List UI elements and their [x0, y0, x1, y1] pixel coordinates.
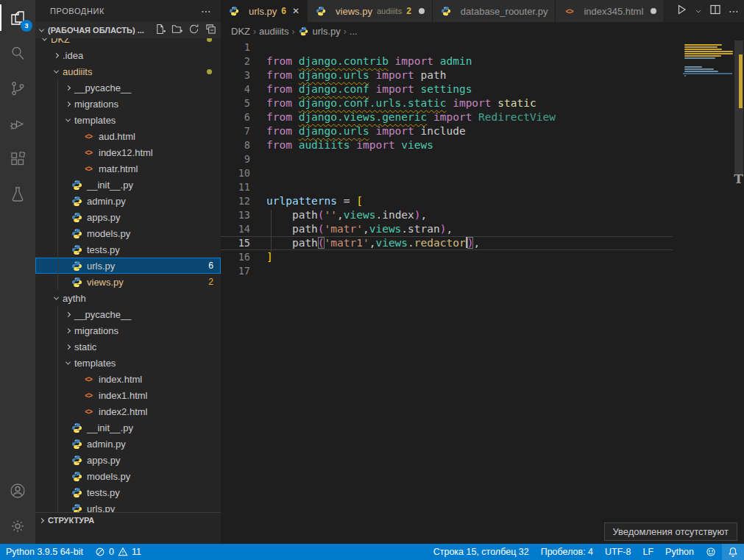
source-control-icon[interactable] — [0, 71, 35, 106]
line-number[interactable]: 15 — [221, 237, 266, 249]
indentation-item[interactable]: Пробелов: 4 — [535, 544, 599, 560]
new-folder-icon[interactable] — [171, 24, 183, 38]
eol-item[interactable]: LF — [637, 544, 659, 560]
feedback-item[interactable] — [700, 544, 722, 560]
tree-item-views.py[interactable]: views.py2 — [35, 274, 221, 290]
editor-scrollbar[interactable] — [734, 32, 744, 544]
code-line-3[interactable]: 3from django.urls import path — [221, 68, 673, 82]
tree-item-static[interactable]: static — [35, 339, 221, 355]
encoding-item[interactable]: UTF-8 — [599, 544, 637, 560]
tree-item-migrations[interactable]: migrations — [35, 96, 221, 112]
code-editor[interactable]: 12from django.contrib import admin3from … — [221, 40, 744, 544]
sidebar-more-icon[interactable]: ⋯ — [201, 5, 212, 17]
file-tree[interactable]: DKZ.ideaaudiiits__pycache__migrationstem… — [35, 38, 221, 512]
tree-item-admin.py[interactable]: admin.py — [35, 193, 221, 209]
search-icon[interactable] — [0, 35, 35, 71]
code-line-5[interactable]: 5from django.conf.urls.static import sta… — [221, 96, 673, 110]
code-line-11[interactable]: 11 — [221, 180, 673, 194]
line-number[interactable]: 4 — [221, 82, 266, 96]
extensions-icon[interactable] — [0, 141, 35, 177]
problems-item[interactable]: 0 11 — [89, 544, 147, 560]
tree-item-migrations[interactable]: migrations — [35, 322, 221, 339]
split-editor-icon[interactable] — [709, 4, 721, 18]
tree-item-aythh[interactable]: aythh — [35, 290, 221, 306]
line-number[interactable]: 6 — [221, 110, 266, 124]
tree-item-index12.html[interactable]: <>index12.html — [35, 144, 221, 160]
line-number[interactable]: 7 — [221, 124, 266, 138]
code-line-17[interactable]: 17 — [221, 264, 673, 278]
run-dropdown-icon[interactable] — [695, 4, 702, 18]
tab-views.py[interactable]: views.pyaudiiits2 — [308, 0, 433, 22]
notifications-bell-item[interactable] — [722, 544, 744, 560]
tab-index345.html[interactable]: <>index345.html — [556, 0, 665, 22]
tree-item-admin.py[interactable]: admin.py — [35, 436, 221, 452]
run-debug-icon[interactable] — [0, 106, 35, 141]
code-line-15[interactable]: 15 path('matr1',views.redactor), — [221, 236, 673, 250]
cursor-position-item[interactable]: Строка 15, столбец 32 — [428, 544, 535, 560]
settings-icon[interactable] — [0, 508, 35, 544]
minimap[interactable] — [683, 40, 734, 129]
line-number[interactable]: 16 — [221, 250, 266, 264]
line-number[interactable]: 11 — [221, 180, 266, 194]
tree-item-tests.py[interactable]: tests.py — [35, 484, 221, 500]
tree-item-index.html[interactable]: <>index.html — [35, 371, 221, 387]
tree-item-apps.py[interactable]: apps.py — [35, 209, 221, 225]
collapse-all-icon[interactable] — [205, 24, 216, 38]
line-number[interactable]: 17 — [221, 264, 266, 278]
tree-item-aud.html[interactable]: <>aud.html — [35, 128, 221, 144]
language-mode-item[interactable]: Python — [659, 544, 700, 560]
tree-item-__init__.py[interactable]: __init__.py — [35, 419, 221, 436]
tree-item-audiiits[interactable]: audiiits — [35, 63, 221, 79]
breadcrumb-item-urls.py[interactable]: urls.py — [297, 26, 340, 37]
line-number[interactable]: 1 — [221, 40, 266, 54]
line-number[interactable]: 3 — [221, 68, 266, 82]
explorer-icon[interactable]: 3 — [0, 0, 35, 35]
line-number[interactable]: 14 — [221, 222, 266, 236]
tree-item-__init__.py[interactable]: __init__.py — [35, 177, 221, 193]
run-icon[interactable] — [676, 4, 687, 18]
tree-item-models.py[interactable]: models.py — [35, 468, 221, 484]
code-line-1[interactable]: 1 — [221, 40, 673, 54]
code-line-4[interactable]: 4from django.conf import settings — [221, 82, 673, 96]
code-line-13[interactable]: 13 path('',views.index), — [221, 208, 673, 222]
tree-item-models.py[interactable]: models.py — [35, 225, 221, 241]
tree-item-index1.html[interactable]: <>index1.html — [35, 387, 221, 403]
tab-database_roouter.py[interactable]: database_roouter.py — [433, 0, 556, 22]
tree-item-urls.py[interactable]: urls.py — [35, 500, 221, 512]
line-number[interactable]: 10 — [221, 166, 266, 180]
tree-item-templates[interactable]: templates — [35, 355, 221, 371]
breadcrumb-item-...[interactable]: ... — [350, 26, 358, 37]
breadcrumb-item-DKZ[interactable]: DKZ — [231, 26, 250, 37]
close-icon[interactable]: ✕ — [292, 6, 300, 16]
tree-item-DKZ[interactable]: DKZ — [35, 38, 221, 47]
line-number[interactable]: 9 — [221, 152, 266, 166]
tree-item-urls.py[interactable]: urls.py6 — [35, 258, 221, 274]
tree-item-index2.html[interactable]: <>index2.html — [35, 403, 221, 419]
new-file-icon[interactable] — [155, 24, 166, 38]
code-line-12[interactable]: 12urlpatterns = [ — [221, 194, 673, 208]
code-line-8[interactable]: 8from audiiits import views — [221, 138, 673, 152]
tree-item-tests.py[interactable]: tests.py — [35, 241, 221, 258]
tree-item-.idea[interactable]: .idea — [35, 47, 221, 63]
line-number[interactable]: 8 — [221, 138, 266, 152]
outline-section-header[interactable]: СТРУКТУРА — [35, 512, 221, 528]
code-line-6[interactable]: 6from django.views.generic import Redire… — [221, 110, 673, 124]
line-number[interactable]: 2 — [221, 54, 266, 68]
code-line-2[interactable]: 2from django.contrib import admin — [221, 54, 673, 68]
code-line-16[interactable]: 16] — [221, 250, 673, 264]
code-line-7[interactable]: 7from django.urls import include — [221, 124, 673, 138]
tree-item-__pycache__[interactable]: __pycache__ — [35, 306, 221, 322]
tab-urls.py[interactable]: urls.py6✕ — [221, 0, 308, 22]
line-number[interactable]: 12 — [221, 194, 266, 208]
more-icon[interactable]: ⋯ — [729, 5, 740, 17]
tree-item-matr.html[interactable]: <>matr.html — [35, 160, 221, 177]
tree-item-apps.py[interactable]: apps.py — [35, 452, 221, 468]
breadcrumb-item-audiiits[interactable]: audiiits — [259, 26, 288, 37]
tree-item-templates[interactable]: templates — [35, 112, 221, 128]
code-line-14[interactable]: 14 path('matr',views.stran), — [221, 222, 673, 236]
code-line-9[interactable]: 9 — [221, 152, 673, 166]
line-number[interactable]: 13 — [221, 208, 266, 222]
workspace-section-header[interactable]: (РАБОЧАЯ ОБЛАСТЬ) ... — [35, 22, 221, 38]
python-interpreter-item[interactable]: Python 3.9.5 64-bit — [0, 544, 89, 560]
account-icon[interactable] — [0, 473, 35, 508]
